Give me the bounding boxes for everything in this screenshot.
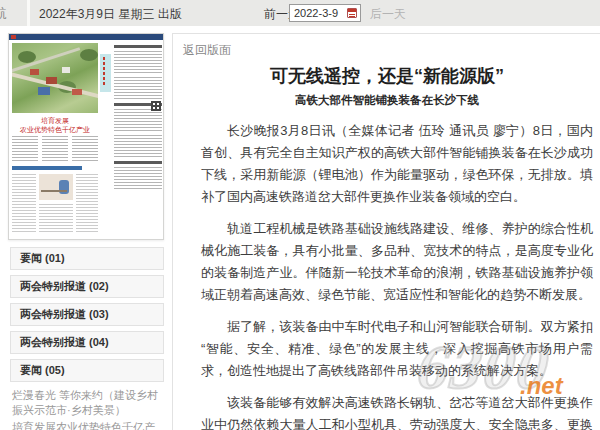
back-to-page-link[interactable]: 返回版面 (183, 42, 231, 59)
thumbnail-headline-line1: 培育发展 (12, 116, 98, 125)
section-label: 两会特别报道 (02) (20, 280, 109, 292)
section-label: 要闻 (05) (20, 364, 65, 376)
thumbnail-headline: 培育发展 农业优势特色千亿产业 (12, 116, 98, 134)
thumbnail-aerial-photo (12, 43, 98, 113)
article-paragraph: 长沙晚报3月8日讯（全媒体记者 伍玲 通讯员 廖宁）8日，国内首创、具有完全自主… (201, 120, 593, 208)
thumbnail-masthead-bar (9, 34, 163, 40)
thumbnail-text-column (12, 136, 38, 162)
front-page-thumbnail[interactable]: 培育发展 农业优势特色千亿产业 (8, 33, 164, 240)
clipped-edge-text: 航 (0, 5, 7, 23)
article-paragraph: 据了解，该装备由中车时代电子和山河智能联合研制。双方紧扣“智能、安全、精准、绿色… (201, 316, 593, 382)
thumbnail-headline-line2: 农业优势特色千亿产业 (12, 125, 98, 134)
thumbnail-person-photo (39, 174, 73, 200)
thumbnail-blue-headline-bar (12, 166, 82, 170)
article-panel: 返回版面 可无线遥控，还是“新能源版” 高铁大部件智能铺换装备在长沙下线 长沙晚… (172, 33, 600, 430)
sidebar-section-lianghui-02[interactable]: 两会特别报道 (02) (10, 275, 164, 298)
article-title: 可无线遥控，还是“新能源版” (173, 64, 600, 88)
thumbnail-qr-code (151, 101, 161, 111)
sidebar-article-link[interactable]: 培育发展农业优势特色千亿产业 (12, 420, 162, 430)
top-date-bar: 航 2022年3月9日 星期三 出版 前一天 后一天 (0, 0, 600, 26)
publication-date-label: 2022年3月9日 星期三 出版 (39, 6, 182, 23)
thumbnail-text-column (76, 174, 98, 232)
sidebar-section-lianghui-03[interactable]: 两会特别报道 (03) (10, 303, 164, 326)
thumbnail-text-column (42, 136, 68, 162)
section-label: 两会特别报道 (03) (20, 308, 109, 320)
thumbnail-text-column (39, 204, 73, 232)
sidebar-section-lianghui-04[interactable]: 两会特别报道 (04) (10, 331, 164, 354)
sidebar-section-yaowen-01[interactable]: 要闻 (01) (10, 247, 164, 270)
thumbnail-highlight-box (100, 54, 111, 92)
sidebar-section-yaowen-05[interactable]: 要闻 (05) (10, 359, 164, 382)
thumbnail-text-column (12, 174, 36, 232)
next-day-button-disabled: 后一天 (370, 6, 406, 23)
article-subtitle: 高铁大部件智能铺换装备在长沙下线 (173, 93, 600, 108)
article-paragraph: 该装备能够有效解决高速铁路长钢轨、岔芯等道岔大部件更换作业中仍然依赖大量人工和小… (201, 392, 593, 430)
sidebar-article-link[interactable]: 烂漫春光 等你来约（建设乡村振兴示范市·乡村美景） (12, 388, 162, 418)
section-label: 两会特别报道 (04) (20, 336, 109, 348)
epaper-reader: 航 2022年3月9日 星期三 出版 前一天 后一天 培育发展 农业优势特色千亿… (0, 0, 600, 430)
article-body: 长沙晚报3月8日讯（全媒体记者 伍玲 通讯员 廖宁）8日，国内首创、具有完全自主… (201, 120, 593, 430)
article-paragraph: 轨道工程机械是铁路基础设施线路建设、维修、养护的综合性机械化施工装备，具有小批量… (201, 218, 593, 306)
thumbnail-text-column (72, 136, 98, 162)
topbar-divider (27, 0, 30, 26)
thumbnail-right-column (114, 43, 162, 237)
calendar-icon[interactable] (347, 8, 357, 18)
section-label: 要闻 (01) (20, 252, 65, 264)
